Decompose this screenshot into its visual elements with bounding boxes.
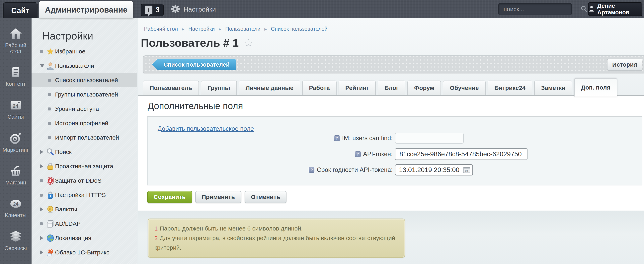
menu-item-ad-ldap[interactable]: AD/LDAP [32,217,137,231]
chevron-right-icon[interactable] [40,236,43,240]
chevron-right-icon[interactable] [40,150,43,154]
sidebar-item-desktop[interactable]: Рабочий стол [0,27,31,54]
shield-icon [46,176,55,185]
star-icon: ★ [46,47,55,56]
breadcrumb: Рабочий стол ▸ Настройки ▸ Пользователи … [144,26,328,32]
menu-item-ddos-protection[interactable]: Защита от DDoS [32,174,137,188]
breadcrumb-link-users[interactable]: Пользователи [225,26,260,32]
help-icon[interactable]: ? [334,135,340,141]
home-icon [10,27,22,40]
menu-item-user-list[interactable]: Список пользователей [32,73,137,87]
save-button[interactable]: Сохранить [147,191,192,203]
menu-item-label: Облако 1С-Битрикс [55,249,109,256]
menu-item-localization[interactable]: Локализация [32,231,137,245]
tab-rating[interactable]: Рейтинг [338,81,376,95]
menu-item-user-groups[interactable]: Группы пользователей [32,87,137,102]
site-tab[interactable]: Сайт [3,2,38,18]
sidebar-item-content[interactable]: Контент [0,66,31,87]
search-icon[interactable] [580,5,587,13]
sidebar-item-label: Клиенты [5,212,26,218]
user-icon [588,5,594,13]
breadcrumb-link-user-list[interactable]: Список пользователей [271,26,328,32]
field-label-api-token: ? API-токен: [148,151,392,158]
notifications-button[interactable]: i 3 [141,3,164,16]
tab-user[interactable]: Пользователь [143,81,199,95]
field-label-text: Срок годности API-токена: [317,166,392,174]
cancel-button[interactable]: Отменить [244,191,287,203]
main-content: Рабочий стол ▸ Настройки ▸ Пользователи … [138,18,644,264]
chevron-right-icon[interactable] [40,207,43,212]
history-button-label: История [612,61,637,68]
menu-item-https-settings[interactable]: S Настройка HTTPS [32,188,137,202]
context-toolbar: Список пользователей История [143,55,644,73]
bullet-icon [40,194,43,197]
sidebar-item-shop[interactable]: Магазин [0,165,31,186]
sidebar-item-services[interactable]: Сервисы [0,231,31,251]
sidebar-item-label: Маркетинг [2,147,29,153]
breadcrumb-separator-icon: ▸ [219,26,221,32]
breadcrumb-link-settings[interactable]: Настройки [188,26,215,32]
im-users-can-find-input[interactable] [395,133,464,144]
tab-forum[interactable]: Форум [408,81,441,95]
menu-item-cloud-1c[interactable]: Облако 1С-Битрикс [32,245,137,260]
help-icon[interactable]: ? [309,167,314,173]
tab-personal-data[interactable]: Личные данные [239,81,300,95]
tab-training[interactable]: Обучение [443,81,486,95]
svg-text:S: S [49,195,51,198]
add-custom-field-link[interactable]: Добавить пользовательское поле [158,125,254,132]
menu-item-search[interactable]: Поиск [32,145,137,159]
header-settings-label: Настройки [184,5,216,13]
menu-item-currencies[interactable]: $ Валюты [32,202,137,217]
chevron-right-icon[interactable] [40,164,43,169]
field-row-token-expiry: ? Срок годности API-токена: 24 [148,164,642,176]
admin-tab[interactable]: Администрирование [39,1,133,18]
document-icon [10,66,22,79]
menu-item-label: Валюты [55,206,77,213]
bullet-icon [48,93,51,96]
tab-bitrix24[interactable]: Битрикс24 [488,81,532,95]
menu-item-user-import[interactable]: Импорт пользователей [32,130,137,145]
global-search[interactable] [498,3,572,15]
page-title-row: Пользователь # 1 ☆ [141,36,253,49]
search-input[interactable] [504,6,580,12]
tab-notes[interactable]: Заметки [534,81,572,95]
header-settings[interactable]: Настройки [171,4,216,14]
current-user-button[interactable]: Денис Артамонов [588,2,642,16]
back-to-user-list-button[interactable]: Список пользователей [152,59,236,70]
sidebar-item-label: Рабочий стол [0,42,31,54]
menu-item-access-levels[interactable]: Уровни доступа [32,102,137,116]
calendar-icon[interactable]: 24 [463,167,470,173]
sidebar-item-clients[interactable]: 24 Клиенты [0,198,31,218]
tab-blog[interactable]: Блог [378,81,406,95]
menu-item-proactive-protection[interactable]: Проактивная защита [32,159,137,174]
layers-icon [10,231,22,243]
menu-item-favorites[interactable]: ★ Избранное [32,44,137,59]
cloud-1c-icon [46,248,55,257]
top-header-bar: Сайт Администрирование i 3 Настройки [0,0,644,18]
menu-item-label: Защита от DDoS [55,177,102,184]
favorite-star-icon[interactable]: ☆ [244,38,253,48]
token-expiry-input[interactable] [395,164,473,176]
target-icon [10,132,22,145]
menu-item-label: Уровни доступа [55,105,99,112]
chevron-down-icon[interactable] [40,64,44,68]
tab-groups[interactable]: Группы [201,81,237,95]
admin-tab-label: Администрирование [45,5,128,14]
help-icon[interactable]: ? [355,151,361,157]
menu-item-users[interactable]: Пользователи [32,59,137,73]
history-button[interactable]: История [607,59,642,71]
breadcrumb-link-desktop[interactable]: Рабочий стол [144,26,178,32]
sidebar-item-marketing[interactable]: Маркетинг [0,132,31,153]
tab-work[interactable]: Работа [302,81,336,95]
api-token-input[interactable] [395,148,528,160]
sidebar-item-sites[interactable]: 24 Сайты [0,99,31,120]
menu-item-profile-history[interactable]: История профилей [32,116,137,130]
menu-item-label: Настройка HTTPS [55,192,106,198]
tab-content-extra-fields: Дополнительные поля Добавить пользовател… [138,96,644,211]
tab-extra-fields[interactable]: Доп. поля [574,78,617,96]
sidebar-item-label: Сервисы [4,245,27,251]
svg-text:24: 24 [13,201,18,207]
basket-icon [10,165,22,178]
apply-button[interactable]: Применить [195,191,242,203]
chevron-right-icon[interactable] [40,250,43,255]
